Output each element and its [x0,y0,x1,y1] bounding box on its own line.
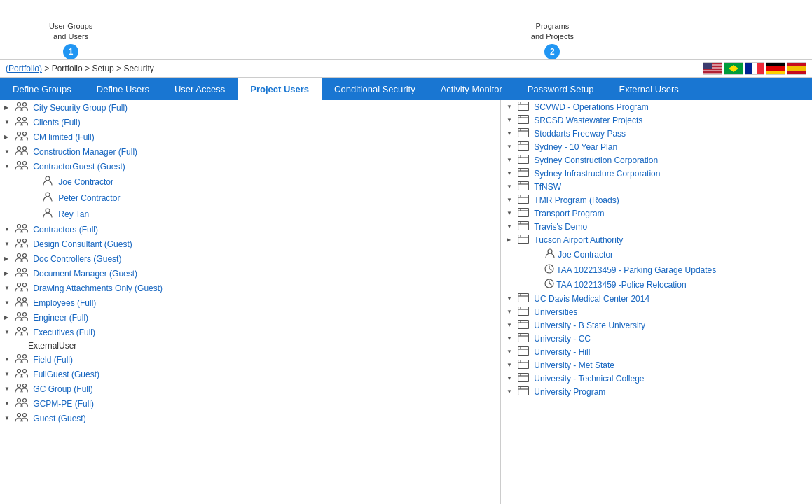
flag-br[interactable] [724,62,743,75]
left-tree-item-employees[interactable]: ▼ Employees (Full) [0,295,500,310]
right-tree-item-tucson[interactable]: ▶ Tucson Airport Authority [501,233,812,246]
expand-icon[interactable]: ▼ [507,130,516,136]
tab-conditional-security[interactable]: Conditional Security [322,78,428,100]
expand-icon[interactable]: ▼ [507,349,516,355]
expand-icon[interactable]: ▼ [4,356,14,363]
flag-us[interactable] [703,62,722,75]
expand-icon[interactable]: ▼ [507,157,516,163]
expand-icon[interactable]: ▼ [507,144,516,150]
expand-icon[interactable]: ▼ [4,226,14,232]
expand-icon[interactable]: ▼ [507,197,516,203]
expand-icon[interactable]: ▶ [4,255,14,262]
tab-user-access[interactable]: User Access [162,78,238,100]
left-tree-item-guest[interactable]: ▼ Guest (Guest) [0,411,500,426]
left-tree-item-cm-limited[interactable]: ▶ CM limited (Full) [0,130,500,144]
expand-icon[interactable]: ▼ [507,335,516,342]
right-tree-item-scvwd[interactable]: ▼ SCVWD - Operations Program [501,100,812,113]
right-tree-item-univ-cc[interactable]: ▼ University - CC [501,332,812,345]
left-tree-item-executives[interactable]: ▼ Executives (Full) [0,325,500,340]
tab-define-groups[interactable]: Define Groups [0,78,84,100]
expand-icon[interactable]: ▼ [507,322,516,328]
left-tree-item-clients[interactable]: ▼ Clients (Full) [0,115,500,130]
right-tree-item-sydney-construction[interactable]: ▼ Sydney Construction Corporation [501,153,812,167]
expand-icon[interactable]: ▶ [4,270,14,276]
flag-es[interactable] [787,62,806,75]
expand-icon[interactable]: ▼ [507,362,516,368]
right-tree-item-taa-police[interactable]: TAA 102213459 -Police Relocation [501,277,812,292]
right-tree-item-univ-technical[interactable]: ▼ University - Technical College [501,372,812,385]
tab-activity-monitor[interactable]: Activity Monitor [428,78,515,100]
expand-icon[interactable]: ▼ [507,223,516,230]
item-label: Joe Contractor [558,250,613,260]
svg-rect-45 [518,129,529,137]
left-tree-item-gcpm-pe[interactable]: ▼ GCPM-PE (Full) [0,396,500,411]
right-tree-item-sydney-10[interactable]: ▼ Sydney - 10 Year Plan [501,140,812,153]
tab-password-setup[interactable]: Password Setup [515,78,607,100]
expand-icon[interactable]: ▼ [507,170,516,176]
right-tree-item-taa-parking[interactable]: TAA 102213459 - Parking Garage Updates [501,262,812,277]
left-tree-item-joe-contractor[interactable]: Joe Contractor [0,174,500,190]
proj-icon [518,128,529,139]
flag-de[interactable] [766,62,785,75]
left-tree-item-doc-controllers[interactable]: ▶ Doc Controllers (Guest) [0,251,500,266]
tab-define-users[interactable]: Define Users [84,78,162,100]
left-tree-item-full-guest[interactable]: ▼ FullGuest (Guest) [0,367,500,382]
expand-icon[interactable]: ▼ [4,119,14,125]
expand-icon[interactable]: ▼ [507,117,516,123]
expand-icon[interactable]: ▶ [4,134,14,140]
right-tree-item-travis-demo[interactable]: ▼ Travis's Demo [501,220,812,233]
expand-icon[interactable]: ▼ [4,415,14,421]
left-tree-item-document-manager[interactable]: ▶ Document Manager (Guest) [0,266,500,281]
expand-icon[interactable]: ▶ [4,314,14,321]
left-tree-item-engineer[interactable]: ▶ Engineer (Full) [0,310,500,325]
item-label: TAA 102213459 -Police Relocation [556,280,686,290]
expand-icon[interactable]: ▶ [4,104,14,111]
expand-icon[interactable]: ▼ [4,386,14,392]
right-tree-item-tfnsw[interactable]: ▼ TfNSW [501,180,812,193]
tab-external-users[interactable]: External Users [606,78,691,100]
expand-icon[interactable]: ▼ [507,375,516,382]
expand-icon[interactable]: ▶ [507,237,516,243]
right-tree-item-univ-met-state[interactable]: ▼ University - Met State [501,358,812,372]
item-label: University - Met State [534,360,614,370]
expand-icon[interactable]: ▼ [4,329,14,335]
left-tree-item-field[interactable]: ▼ Field (Full) [0,352,500,367]
expand-icon[interactable]: ▼ [4,163,14,169]
expand-icon[interactable]: ▼ [507,295,516,302]
right-tree-item-srcsd[interactable]: ▼ SRCSD Wastewater Projects [501,113,812,127]
expand-icon[interactable]: ▼ [4,300,14,306]
tab-project-users[interactable]: Project Users [238,78,322,100]
expand-icon[interactable]: ▼ [507,104,516,110]
right-tree-item-joe-contractor-tucson[interactable]: Joe Contractor [501,246,812,262]
left-tree-item-design-consultant[interactable]: ▼ Design Consultant (Guest) [0,237,500,251]
expand-icon[interactable]: ▼ [4,285,14,291]
expand-icon[interactable]: ▼ [4,371,14,377]
right-tree-item-stoddarts[interactable]: ▼ Stoddarts Freeway Pass [501,127,812,140]
expand-icon[interactable]: ▼ [507,309,516,315]
right-tree-item-tmr[interactable]: ▼ TMR Program (Roads) [501,193,812,206]
left-tree-item-gc-group[interactable]: ▼ GC Group (Full) [0,382,500,396]
expand-icon[interactable]: ▼ [507,388,516,395]
left-tree-item-external-user[interactable]: ExternalUser [0,340,500,352]
right-tree-item-univ-hill[interactable]: ▼ University - Hill [501,345,812,358]
flag-fr[interactable] [745,62,764,75]
left-tree-item-rey-tan[interactable]: Rey Tan [0,206,500,222]
left-tree-item-city-security[interactable]: ▶ City Security Group (Full) [0,100,500,115]
expand-icon[interactable]: ▼ [4,241,14,247]
right-tree-item-univ-program[interactable]: ▼ University Program [501,385,812,398]
breadcrumb-link[interactable]: (Portfolio) [6,64,42,74]
right-tree-item-uc-davis[interactable]: ▼ UC Davis Medical Center 2014 [501,292,812,305]
left-tree-item-contractors[interactable]: ▼ Contractors (Full) [0,222,500,237]
left-tree-item-drawing-attachments[interactable]: ▼ Drawing Attachments Only (Guest) [0,281,500,295]
right-tree-item-univ-b-state[interactable]: ▼ University - B State University [501,318,812,332]
expand-icon[interactable]: ▼ [507,183,516,190]
expand-icon[interactable]: ▼ [4,148,14,155]
expand-icon[interactable]: ▼ [507,210,516,216]
right-tree-item-sydney-infrastructure[interactable]: ▼ Sydney Infrastructure Corporation [501,167,812,180]
left-tree-item-peter-contractor[interactable]: Peter Contractor [0,190,500,206]
left-tree-item-contractor-guest[interactable]: ▼ ContractorGuest (Guest) [0,159,500,174]
left-tree-item-construction-manager[interactable]: ▼ Construction Manager (Full) [0,144,500,159]
right-tree-item-transport[interactable]: ▼ Transport Program [501,206,812,220]
expand-icon[interactable]: ▼ [4,400,14,407]
right-tree-item-universities[interactable]: ▼ Universities [501,305,812,318]
